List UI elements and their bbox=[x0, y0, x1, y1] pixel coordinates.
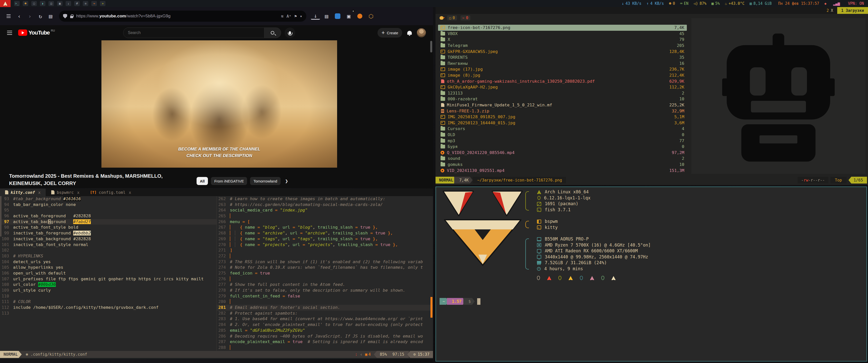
file-row[interactable]: IMG_20250123_164440_015.jpg 3,6M bbox=[438, 120, 687, 126]
chevrons-icon[interactable]: » bbox=[100, 1, 105, 6]
terminal-window[interactable]: Arch Linux x86_646.12.16-lqx1-1-lqx1691 … bbox=[435, 187, 867, 362]
editor-scrollbar[interactable] bbox=[431, 297, 433, 318]
file-row[interactable]: Q_VIDEO_20241220_085546.mp4 97,2M bbox=[438, 150, 687, 156]
shell-prompt[interactable]: ~ 1.57 $ bbox=[439, 298, 480, 305]
grid-icon[interactable]: # bbox=[74, 1, 80, 6]
file-row[interactable]: sound 2 bbox=[438, 156, 687, 162]
tab-close-icon[interactable]: x bbox=[77, 190, 80, 195]
keyboard-layout[interactable]: ⌨EN bbox=[680, 1, 688, 6]
editor-tab[interactable]: kitty.conf x bbox=[0, 189, 46, 196]
file-row[interactable]: image (8).jpg 212,4K bbox=[438, 72, 687, 78]
forward-button[interactable]: › bbox=[25, 11, 34, 21]
terminal-icon[interactable]: >_ bbox=[14, 1, 20, 6]
sidebar-extension-icon[interactable] bbox=[333, 11, 342, 21]
bookmark-icon[interactable]: ⚑ bbox=[294, 14, 297, 19]
reload-button[interactable]: ↻ bbox=[36, 11, 45, 21]
page-scrollbar[interactable] bbox=[430, 41, 432, 53]
editor-line: 273# The RSS icon will be shown if (1) i… bbox=[217, 259, 433, 265]
file-row[interactable]: GkFPR-GXUAACWSS.jpeg 128,4K bbox=[438, 48, 687, 55]
screenshot-icon[interactable]: ▣ bbox=[57, 1, 63, 6]
file-row[interactable]: OLD 0 bbox=[438, 132, 687, 138]
file-row[interactable]: X 79 bbox=[438, 37, 687, 43]
translate-icon[interactable]: Aˣ bbox=[286, 14, 291, 19]
file-row[interactable]: 000-razobrat 10 bbox=[438, 96, 687, 102]
editor-tab[interactable]: [T] config.toml x bbox=[85, 189, 136, 196]
search-button[interactable] bbox=[265, 28, 281, 38]
file-row[interactable]: free-icon-bot-7167276.png 7,4K bbox=[438, 25, 687, 31]
file-row[interactable]: Пингвины 16 bbox=[438, 61, 687, 67]
file-row[interactable]: Telegram 205 bbox=[438, 43, 687, 48]
screenshot-extension-icon[interactable]: ▣ bbox=[344, 11, 353, 21]
url-bar[interactable]: https://www.youtube.com/watch?v=5b8A-jgx… bbox=[59, 10, 306, 22]
chat-icon[interactable]: ◗ bbox=[40, 1, 45, 6]
files-icon[interactable]: ▢ bbox=[31, 1, 37, 6]
tab-close-icon[interactable]: x bbox=[129, 190, 131, 195]
search-field[interactable] bbox=[128, 31, 260, 35]
filter-chip[interactable]: From iNEGATIVE bbox=[211, 177, 247, 185]
editor-pane-right[interactable]: 262# Learn how to create these images in… bbox=[217, 196, 433, 351]
signal-bars[interactable]: ▂▄▆ bbox=[833, 1, 841, 6]
cut-counter: ✂0 bbox=[461, 15, 470, 21]
file-row[interactable]: oth_A_ardor-gaming-wakizashi_instrukcia_… bbox=[438, 78, 687, 84]
kitty-tab-inactive[interactable]: 2X bbox=[823, 7, 837, 14]
left-pane-scroll-indicator[interactable] bbox=[0, 196, 1, 236]
kitty-tab-active[interactable]: 1 Загрузки bbox=[837, 7, 868, 14]
file-row[interactable]: MiniFuse1_Firmware_Update_1_5_0_212_win.… bbox=[438, 102, 687, 108]
editor-pane-left[interactable]: 93#tab_bar_background #161616 94tab_bar_… bbox=[0, 196, 217, 351]
avatar[interactable] bbox=[417, 28, 426, 37]
tab-close-icon[interactable]: x bbox=[38, 190, 41, 195]
file-row[interactable]: gomuks 10 bbox=[438, 162, 687, 168]
net-up[interactable]: ↑4 KB/s bbox=[647, 1, 664, 6]
launcher-button[interactable] bbox=[0, 0, 10, 7]
create-button[interactable]: +Create bbox=[377, 28, 402, 38]
file-row[interactable]: Lens-FREE-1.3.zip 32,9M bbox=[438, 108, 687, 114]
downloads-icon[interactable]: ↓ bbox=[311, 12, 320, 20]
file-row[interactable]: image (17).jpg 236,7K bbox=[438, 66, 687, 72]
youtube-logo[interactable]: YouTube RU bbox=[18, 30, 55, 36]
extensions-icon[interactable]: ⬡ bbox=[366, 11, 375, 21]
net-down[interactable]: ↓43 KB/s bbox=[622, 1, 642, 6]
voice-search-button[interactable] bbox=[285, 28, 295, 38]
notifications-bell-icon[interactable] bbox=[407, 31, 412, 35]
filter-chip[interactable]: Tomorrowland bbox=[250, 177, 280, 185]
clock[interactable]: Пн 24 фев 15:37:57 bbox=[777, 1, 819, 6]
video-player[interactable]: BECOME A MEMBER OF THE CHANNEL CHECK OUT… bbox=[101, 40, 337, 168]
file-row[interactable]: Cursors 4 bbox=[438, 126, 687, 132]
cpu-usage[interactable]: ▦5% bbox=[711, 1, 720, 6]
browser-icon[interactable]: ☻ bbox=[23, 1, 28, 6]
window-split-icon[interactable]: ◫ bbox=[49, 1, 54, 6]
lock-icon[interactable] bbox=[70, 16, 73, 18]
library-icon[interactable]: ▤ bbox=[322, 11, 331, 21]
file-row[interactable]: mp3 77 bbox=[438, 138, 687, 144]
download-icon[interactable]: ↓ bbox=[66, 1, 71, 6]
file-row[interactable]: VBOX 45 bbox=[438, 31, 687, 37]
list-icon[interactable]: ≡ bbox=[83, 1, 88, 6]
chips-more-icon[interactable]: ❯ bbox=[285, 178, 288, 184]
notification-bell[interactable]: ◆ bbox=[824, 1, 828, 6]
ghost-count[interactable]: ☻0 bbox=[669, 1, 675, 6]
file-row[interactable]: 123113 2 bbox=[438, 90, 687, 96]
file-row[interactable]: GkC0yLaXgAAP-H2.jpeg 112,2K bbox=[438, 84, 687, 90]
file-row[interactable]: VID_20241130_092551.mp4 151,3M bbox=[438, 167, 687, 173]
file-row[interactable]: Буря 0 bbox=[438, 144, 687, 150]
rss-icon[interactable]: ≋ bbox=[281, 14, 284, 19]
memory[interactable]: ▥8,14 GiB bbox=[750, 1, 772, 6]
file-row[interactable]: IMG_20250128_091825_007.jpg 5,1M bbox=[438, 114, 687, 120]
search-input[interactable] bbox=[123, 28, 265, 38]
url-text[interactable]: https://www.youtube.com/watch?v=5b8A-jgx… bbox=[76, 13, 278, 19]
tracking-protection-icon[interactable] bbox=[63, 14, 67, 19]
bookmark-chevron-icon[interactable]: ▾ bbox=[300, 14, 302, 19]
youtube-menu-button[interactable] bbox=[7, 31, 12, 35]
back-button[interactable]: ‹ bbox=[14, 11, 24, 21]
adblock-extension-icon[interactable] bbox=[355, 11, 364, 21]
palette-glyph bbox=[547, 276, 551, 280]
activity-icon[interactable]: ≈ bbox=[91, 1, 97, 6]
vpn-status[interactable]: VPN: ON bbox=[846, 1, 864, 6]
editor-tab[interactable]: bspwmrc x bbox=[46, 189, 85, 196]
volume[interactable]: ◁)87% bbox=[693, 1, 706, 6]
browser-menu-button[interactable] bbox=[4, 11, 13, 21]
file-row[interactable]: TORRENTS 35 bbox=[438, 55, 687, 61]
reader-view-button[interactable]: ▤▾ bbox=[46, 11, 56, 21]
filter-chip[interactable]: All bbox=[196, 177, 208, 185]
temperature[interactable]: ♨+43.0°C bbox=[725, 1, 745, 6]
